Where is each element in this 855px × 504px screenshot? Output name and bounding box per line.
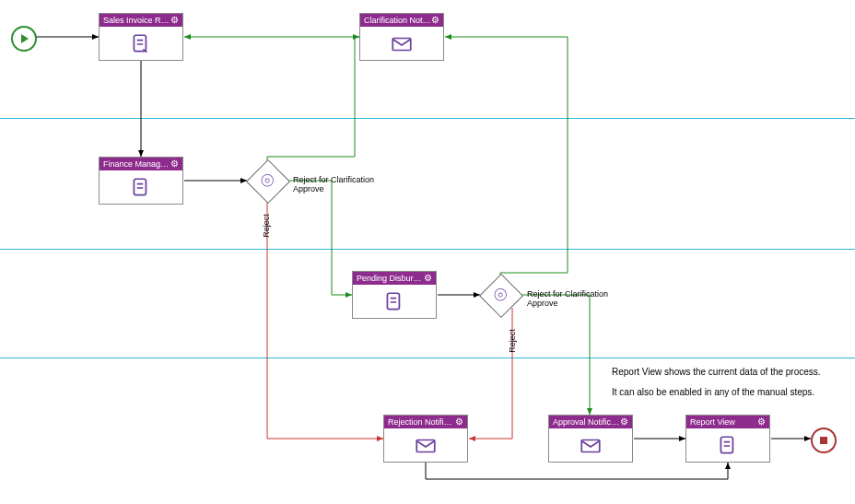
task-title: Finance Manager Appr...	[103, 158, 170, 170]
start-event[interactable]	[11, 26, 37, 52]
annotation-text: It can also be enabled in any of the man…	[612, 387, 814, 397]
lane-divider	[0, 357, 855, 358]
task-title: Pending Disbursement	[357, 272, 424, 285]
task-finance-manager-approval[interactable]: Finance Manager Appr...⚙	[99, 157, 183, 205]
svg-rect-2	[134, 179, 146, 194]
edge-label: Approve	[527, 299, 558, 308]
form-icon	[716, 434, 740, 458]
task-rejection-notification[interactable]: Rejection Notificati...⚙	[383, 415, 468, 463]
mail-icon	[390, 32, 414, 56]
gear-icon[interactable]: ⚙	[431, 14, 439, 27]
edge-label: Reject	[508, 329, 517, 353]
task-approval-notification[interactable]: Approval Notification⚙	[548, 415, 633, 463]
task-title: Sales Invoice Request	[103, 14, 170, 27]
task-sales-invoice-request[interactable]: Sales Invoice Request⚙	[99, 13, 183, 61]
form-icon	[129, 32, 153, 56]
gear-icon[interactable]: ⚙	[757, 416, 766, 428]
svg-rect-3	[387, 293, 399, 309]
gear-icon[interactable]: ⚙	[620, 416, 628, 428]
end-event[interactable]	[811, 428, 837, 453]
lane-divider	[0, 249, 855, 250]
annotation-text: Report View shows the current data of th…	[612, 367, 821, 377]
task-pending-disbursement[interactable]: Pending Disbursement⚙	[352, 271, 437, 319]
mail-icon	[579, 434, 603, 458]
svg-rect-6	[720, 437, 732, 452]
edge-label: Reject for Clarification	[293, 175, 374, 184]
form-icon	[129, 176, 153, 200]
gateway-2[interactable]: ⦾	[480, 275, 521, 315]
svg-rect-5	[581, 440, 600, 452]
gear-icon[interactable]: ⚙	[170, 14, 179, 27]
task-report-view[interactable]: Report View⚙	[685, 415, 770, 463]
svg-rect-0	[134, 35, 146, 51]
lane-divider	[0, 118, 855, 119]
svg-rect-1	[392, 39, 411, 51]
svg-rect-4	[416, 440, 435, 452]
gear-icon[interactable]: ⚙	[455, 416, 463, 428]
task-title: Clarification Notifi...	[364, 14, 431, 27]
form-icon	[382, 290, 406, 314]
gear-icon[interactable]: ⚙	[170, 158, 179, 170]
edge-label: Approve	[293, 184, 324, 193]
task-title: Rejection Notificati...	[388, 416, 455, 428]
gear-icon[interactable]: ⚙	[424, 272, 432, 285]
gateway-1[interactable]: ⦾	[247, 160, 287, 201]
task-title: Report View	[690, 416, 735, 428]
task-title: Approval Notification	[553, 416, 620, 428]
task-clarification-notification[interactable]: Clarification Notifi...⚙	[359, 13, 444, 61]
mail-icon	[414, 434, 438, 458]
edge-label: Reject	[262, 214, 271, 238]
edge-label: Reject for Clarification	[527, 289, 608, 299]
